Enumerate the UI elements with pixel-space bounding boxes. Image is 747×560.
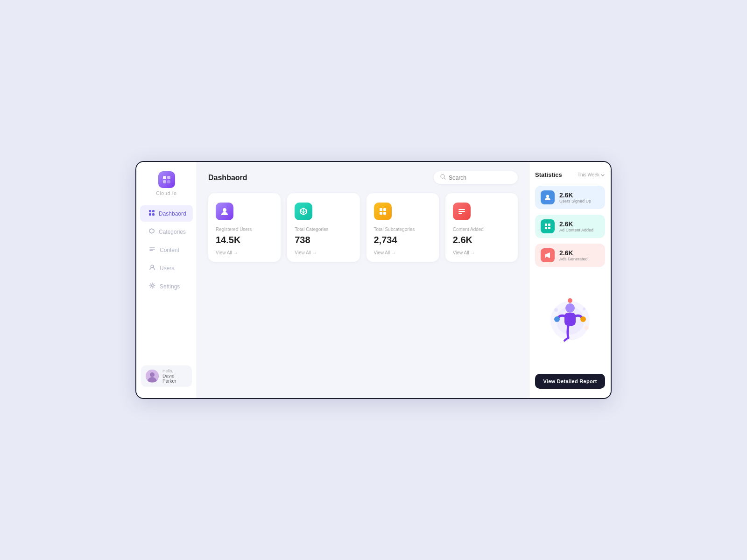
view-all-link[interactable]: View All →	[295, 250, 352, 255]
view-all-link[interactable]: View All →	[453, 250, 510, 255]
sidebar-item-label: Content	[160, 247, 179, 253]
sidebar-logo	[158, 171, 175, 188]
search-bar[interactable]	[434, 171, 518, 184]
app-window: Cloud.io Dashbaord	[135, 161, 612, 399]
sidebar-item-users[interactable]: Users	[140, 260, 193, 276]
svg-rect-29	[548, 227, 550, 229]
stat-pill-ad-content: 2.6K Ad Content Added	[535, 215, 605, 238]
settings-icon	[148, 282, 156, 290]
ad-content-info: 2.6K Ad Content Added	[559, 220, 593, 232]
sidebar-user[interactable]: Hello, David Parker	[141, 365, 192, 387]
svg-point-32	[565, 303, 575, 313]
users-signed-up-icon	[541, 190, 555, 204]
pill-label: Ads Generated	[559, 257, 588, 261]
page-title: Dashbaord	[208, 174, 247, 182]
sidebar-item-dashboard[interactable]: Dashbaord	[140, 205, 193, 222]
content-icon	[148, 246, 156, 254]
svg-point-35	[580, 316, 586, 322]
stat-card-value: 14.5K	[216, 235, 273, 245]
ad-content-icon	[541, 219, 555, 233]
view-all-link[interactable]: View All →	[374, 250, 431, 255]
this-week-label: This Week	[578, 172, 599, 177]
svg-rect-3	[167, 180, 170, 183]
svg-point-38	[583, 308, 585, 310]
svg-point-17	[223, 208, 226, 212]
categories-card-icon	[295, 203, 312, 220]
sidebar-footer: Hello, David Parker	[136, 362, 197, 391]
sidebar-item-content[interactable]: Content	[140, 242, 193, 258]
svg-rect-5	[152, 210, 155, 212]
svg-point-36	[568, 298, 572, 303]
svg-rect-6	[149, 213, 151, 216]
categories-icon	[148, 228, 155, 236]
ads-generated-icon	[541, 248, 555, 262]
search-icon	[440, 174, 446, 181]
sidebar-item-label: Settings	[160, 283, 180, 290]
view-detailed-report-button[interactable]: View Detailed Report	[535, 374, 605, 389]
statistics-header: Statistics This Week	[535, 171, 605, 178]
stat-card-registered-users: Registered Users 14.5K View All →	[208, 193, 281, 262]
search-input[interactable]	[449, 175, 511, 181]
main-header: Dashbaord	[208, 171, 518, 184]
registered-users-icon	[216, 203, 233, 220]
svg-rect-28	[545, 227, 547, 229]
svg-rect-18	[380, 208, 382, 211]
pill-label: Ad Content Added	[559, 228, 593, 232]
user-name: David Parker	[162, 373, 187, 384]
svg-rect-0	[163, 176, 166, 179]
sidebar-item-label: Users	[160, 265, 174, 272]
svg-point-14	[150, 372, 155, 377]
dashboard-icon	[148, 210, 155, 217]
pill-value: 2.6K	[559, 191, 591, 199]
illustration	[535, 273, 605, 368]
svg-rect-26	[545, 224, 547, 226]
brand-name: Cloud.io	[156, 191, 177, 196]
content-card-icon	[453, 203, 471, 220]
stat-pill-users-signed-up: 2.6K Users Signed Up	[535, 186, 605, 209]
this-week-selector[interactable]: This Week	[578, 172, 605, 177]
stat-card-label: Content Added	[453, 227, 510, 232]
stat-card-content-added: Content Added 2.6K View All →	[445, 193, 518, 262]
right-panel: Statistics This Week 2.6K Users Signed U…	[529, 162, 611, 398]
stat-card-total-subcategories: Total Subcategories 2,734 View All →	[366, 193, 439, 262]
users-icon	[148, 264, 156, 272]
stat-card-value: 2,734	[374, 235, 431, 245]
subcategories-card-icon	[374, 203, 392, 220]
stat-card-value: 2.6K	[453, 235, 510, 245]
main-content: Dashbaord Reg	[197, 162, 529, 398]
users-signed-up-info: 2.6K Users Signed Up	[559, 191, 591, 203]
avatar	[146, 370, 159, 383]
stat-card-label: Registered Users	[216, 227, 273, 232]
svg-rect-7	[152, 213, 155, 216]
stat-pill-ads-generated: 2.6K Ads Generated	[535, 244, 605, 267]
stat-card-value: 738	[295, 235, 352, 245]
svg-rect-20	[380, 212, 382, 215]
stat-cards-grid: Registered Users 14.5K View All → Total …	[208, 193, 518, 262]
sidebar-item-settings[interactable]: Settings	[140, 278, 193, 294]
svg-rect-4	[149, 210, 151, 212]
user-greeting: Hello,	[162, 369, 187, 373]
svg-rect-21	[383, 212, 386, 215]
sidebar-item-label: Categories	[159, 229, 186, 235]
svg-point-25	[546, 195, 549, 198]
stat-card-label: Total Categories	[295, 227, 352, 232]
stat-card-label: Total Subcategories	[374, 227, 431, 232]
svg-rect-2	[163, 180, 166, 183]
sidebar-item-categories[interactable]: Categories	[140, 224, 193, 240]
pill-value: 2.6K	[559, 249, 588, 257]
svg-line-16	[444, 178, 445, 179]
stat-card-total-categories: Total Categories 738 View All →	[287, 193, 359, 262]
svg-point-37	[554, 308, 558, 312]
view-all-link[interactable]: View All →	[216, 250, 273, 255]
ads-generated-info: 2.6K Ads Generated	[559, 249, 588, 261]
svg-point-34	[554, 316, 560, 322]
pill-label: Users Signed Up	[559, 199, 591, 203]
statistics-title: Statistics	[535, 171, 562, 178]
svg-point-12	[151, 285, 153, 287]
pill-value: 2.6K	[559, 220, 593, 228]
sidebar-nav: Dashbaord Categories Con	[136, 205, 197, 362]
svg-rect-1	[167, 176, 170, 179]
svg-rect-19	[383, 208, 386, 211]
svg-point-39	[584, 325, 589, 330]
sidebar-item-label: Dashbaord	[159, 210, 186, 217]
